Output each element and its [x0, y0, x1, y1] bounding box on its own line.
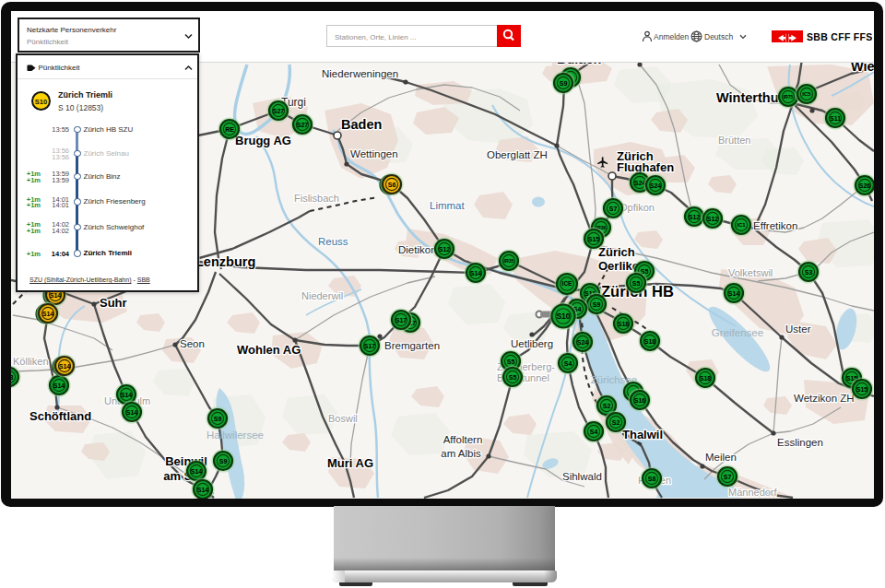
svg-text:Männedorf: Männedorf — [728, 487, 778, 498]
svg-text:S14: S14 — [50, 292, 62, 299]
svg-text:Thalwil: Thalwil — [622, 428, 663, 441]
svg-text:Kölliken: Kölliken — [13, 356, 49, 367]
svg-text:S2: S2 — [612, 419, 620, 426]
svg-text:Seon: Seon — [180, 338, 205, 349]
svg-text:S9: S9 — [219, 458, 228, 465]
svg-text:S12: S12 — [707, 216, 719, 222]
svg-text:S9: S9 — [214, 416, 222, 422]
svg-text:S24: S24 — [650, 182, 662, 189]
svg-text:S7: S7 — [724, 474, 732, 480]
svg-text:IC5: IC5 — [802, 91, 811, 97]
svg-text:Schöftland: Schöftland — [30, 409, 91, 423]
svg-text:S12: S12 — [689, 214, 701, 220]
svg-text:S14: S14 — [121, 392, 133, 398]
svg-text:S2: S2 — [603, 403, 611, 409]
svg-text:Sihlwald: Sihlwald — [562, 471, 602, 482]
svg-text:am Albis: am Albis — [441, 448, 481, 459]
svg-text:Zürich: Zürich — [598, 245, 635, 259]
svg-text:Brugg AG: Brugg AG — [235, 134, 291, 147]
svg-text:RE: RE — [225, 126, 234, 133]
svg-text:S14: S14 — [470, 270, 482, 276]
svg-text:Uetliberg: Uetliberg — [511, 338, 553, 349]
svg-text:S24: S24 — [577, 339, 589, 346]
svg-text:Lenzburg: Lenzburg — [195, 254, 255, 269]
svg-text:Reuss: Reuss — [318, 236, 348, 247]
svg-text:IC1: IC1 — [737, 222, 746, 228]
svg-text:ICE: ICE — [562, 280, 573, 287]
svg-text:Opfikon: Opfikon — [620, 202, 655, 213]
svg-text:Meilen: Meilen — [705, 452, 737, 463]
svg-text:Hallwilersee: Hallwilersee — [206, 429, 264, 441]
svg-text:S8: S8 — [11, 374, 13, 381]
svg-text:S14: S14 — [53, 382, 65, 389]
svg-text:S5: S5 — [507, 359, 515, 365]
svg-text:IR75: IR75 — [784, 94, 794, 100]
svg-text:S18: S18 — [618, 321, 630, 327]
svg-text:S18: S18 — [700, 375, 712, 382]
svg-text:S27: S27 — [273, 108, 285, 114]
svg-text:Muri AG: Muri AG — [327, 456, 373, 470]
svg-text:Baden: Baden — [341, 117, 382, 132]
svg-text:Fislisbach: Fislisbach — [294, 193, 339, 204]
svg-text:S5: S5 — [509, 374, 517, 381]
svg-text:Wohlen AG: Wohlen AG — [237, 343, 301, 357]
svg-text:S27: S27 — [297, 122, 309, 128]
svg-text:S14: S14 — [126, 409, 138, 416]
svg-text:Flughafen: Flughafen — [617, 160, 674, 174]
svg-text:Brütten: Brütten — [718, 135, 750, 146]
svg-text:S6: S6 — [388, 182, 396, 188]
svg-text:Greifensee: Greifensee — [712, 327, 763, 338]
svg-text:Dietikon: Dietikon — [398, 244, 437, 255]
svg-text:S15: S15 — [856, 386, 868, 393]
svg-text:S9: S9 — [560, 80, 568, 87]
svg-text:Esslingen: Esslingen — [777, 437, 823, 448]
svg-text:S7: S7 — [609, 206, 618, 212]
svg-text:S14: S14 — [197, 487, 209, 493]
svg-text:S14: S14 — [728, 290, 740, 297]
svg-text:Uster: Uster — [785, 323, 811, 335]
svg-text:S11: S11 — [830, 115, 841, 122]
svg-text:Suhr: Suhr — [100, 296, 127, 310]
svg-text:Oberglatt ZH: Oberglatt ZH — [487, 149, 548, 160]
svg-text:Winterthur: Winterthur — [716, 90, 785, 105]
svg-text:S9: S9 — [593, 301, 601, 308]
svg-text:S8: S8 — [648, 476, 656, 482]
svg-text:Wetzikon ZH: Wetzikon ZH — [794, 393, 855, 404]
svg-text:S4: S4 — [590, 429, 598, 435]
svg-text:S4: S4 — [564, 360, 572, 367]
svg-text:S14: S14 — [191, 468, 203, 475]
svg-text:Wettingen: Wettingen — [350, 148, 398, 159]
svg-text:Effretikon: Effretikon — [753, 220, 797, 231]
svg-text:S12: S12 — [439, 246, 451, 253]
svg-text:S17: S17 — [364, 343, 376, 349]
svg-text:S26: S26 — [859, 182, 871, 189]
svg-text:S17: S17 — [395, 317, 407, 323]
svg-text:Boswil: Boswil — [328, 413, 358, 424]
svg-text:S16: S16 — [634, 397, 646, 404]
svg-text:Volketswil: Volketswil — [728, 267, 773, 278]
svg-text:S5: S5 — [632, 280, 641, 287]
svg-text:S3: S3 — [805, 269, 813, 276]
svg-text:S18: S18 — [644, 338, 656, 345]
svg-text:S14: S14 — [59, 363, 71, 370]
svg-text:S10: S10 — [556, 312, 570, 321]
svg-text:Niederwil: Niederwil — [301, 290, 343, 301]
svg-text:Limmat: Limmat — [430, 200, 466, 211]
svg-text:S14: S14 — [42, 311, 54, 317]
svg-text:Affoltern: Affoltern — [443, 434, 483, 445]
svg-text:IR35: IR35 — [504, 258, 514, 264]
svg-text:Niederweningen: Niederweningen — [322, 68, 398, 79]
svg-text:S15: S15 — [588, 236, 600, 242]
svg-text:Bremgarten: Bremgarten — [384, 340, 440, 351]
